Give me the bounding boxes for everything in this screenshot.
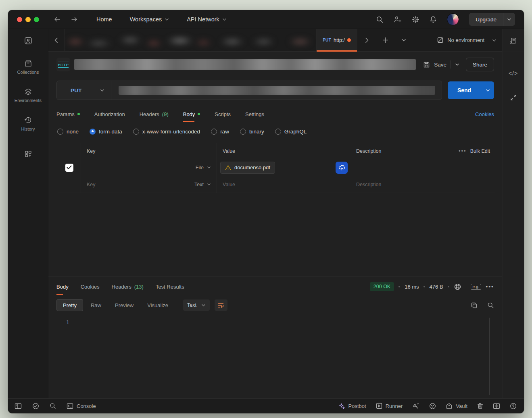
upgrade-chevron-button[interactable] bbox=[503, 13, 515, 26]
runner-icon bbox=[376, 403, 382, 409]
settings-gear-icon[interactable] bbox=[412, 16, 419, 23]
format-dropdown[interactable]: Text bbox=[183, 299, 210, 311]
nav-workspaces[interactable]: Workspaces bbox=[130, 16, 169, 23]
find-icon[interactable] bbox=[50, 403, 56, 409]
user-avatar[interactable] bbox=[447, 13, 459, 25]
upload-file-button[interactable] bbox=[336, 162, 348, 174]
key-type-dropdown[interactable]: Text bbox=[194, 182, 211, 187]
sidebar-add-modules-button[interactable] bbox=[8, 150, 48, 158]
send-button-main[interactable]: Send bbox=[448, 81, 481, 99]
response-more-options-icon[interactable]: ••• bbox=[486, 283, 494, 290]
history-icon bbox=[24, 116, 32, 124]
status-check-icon[interactable] bbox=[32, 403, 39, 410]
environment-selector[interactable]: No environment bbox=[431, 29, 502, 51]
environment-quick-look-button[interactable] bbox=[503, 37, 524, 44]
search-icon[interactable] bbox=[376, 16, 384, 23]
row-checkbox-checked[interactable] bbox=[65, 164, 73, 172]
runner-button[interactable]: Runner bbox=[376, 403, 403, 409]
tab-scripts[interactable]: Scripts bbox=[215, 107, 231, 121]
wrap-lines-button[interactable] bbox=[215, 299, 227, 311]
toggle-sidebar-icon[interactable] bbox=[15, 403, 22, 409]
cookies-link[interactable]: Cookies bbox=[475, 111, 494, 117]
redacted-request-url[interactable] bbox=[119, 86, 435, 95]
send-options-button[interactable] bbox=[481, 81, 494, 99]
more-options-icon[interactable]: ••• bbox=[459, 148, 467, 154]
view-visualize[interactable]: Visualize bbox=[141, 299, 174, 311]
zoom-window-button[interactable] bbox=[34, 17, 39, 22]
trash-icon[interactable] bbox=[477, 403, 483, 409]
tab-settings[interactable]: Settings bbox=[245, 107, 264, 121]
view-pretty[interactable]: Pretty bbox=[56, 299, 83, 311]
response-tab-test-results[interactable]: Test Results bbox=[156, 280, 184, 294]
collapse-expand-button[interactable] bbox=[503, 94, 524, 101]
vault-button[interactable]: Vault bbox=[446, 403, 467, 409]
response-tab-body[interactable]: Body bbox=[56, 280, 69, 294]
resize-arrows-icon bbox=[510, 94, 517, 101]
capture-requests-icon[interactable] bbox=[412, 403, 419, 410]
sidebar-item-collections[interactable]: Collections bbox=[8, 60, 48, 75]
tab-headers[interactable]: Headers(9) bbox=[140, 107, 169, 121]
forward-icon[interactable] bbox=[71, 16, 78, 23]
value-input[interactable]: Value bbox=[220, 182, 235, 187]
tab-options-button[interactable] bbox=[394, 29, 413, 51]
share-button[interactable]: Share bbox=[466, 58, 494, 71]
active-request-tab[interactable]: PUT http:/ bbox=[316, 29, 357, 51]
network-globe-icon[interactable] bbox=[454, 283, 461, 291]
radio-x-www-form-urlencoded[interactable]: x-www-form-urlencoded bbox=[133, 129, 200, 135]
console-button[interactable]: Console bbox=[67, 403, 96, 409]
radio-none[interactable]: none bbox=[57, 129, 79, 135]
radio-raw[interactable]: raw bbox=[211, 129, 229, 135]
response-body-viewer[interactable]: 1 bbox=[48, 314, 502, 398]
save-button[interactable]: Save bbox=[423, 60, 459, 69]
redacted-request-name[interactable] bbox=[74, 59, 416, 70]
response-tab-cookies[interactable]: Cookies bbox=[81, 280, 100, 294]
method-selector[interactable]: PUT bbox=[57, 81, 111, 100]
minimize-window-button[interactable] bbox=[25, 17, 31, 22]
radio-form-data[interactable]: form-data bbox=[90, 129, 122, 135]
file-chip[interactable]: documenso.pdf bbox=[220, 162, 275, 174]
key-type-dropdown[interactable]: File bbox=[196, 165, 211, 171]
nav-api-network[interactable]: API Network bbox=[187, 16, 227, 23]
chevron-left-icon bbox=[54, 37, 58, 43]
cookies-icon[interactable] bbox=[429, 403, 436, 410]
bulk-edit-button[interactable]: ••• Bulk Edit bbox=[459, 148, 490, 154]
view-preview[interactable]: Preview bbox=[109, 299, 140, 311]
save-options-chevron[interactable] bbox=[455, 63, 459, 66]
copy-icon[interactable] bbox=[471, 302, 478, 309]
sidebar-profile-button[interactable] bbox=[8, 36, 48, 45]
tabs-scroll-left-button[interactable] bbox=[48, 29, 65, 51]
sidebar-item-environments[interactable]: Environments bbox=[8, 88, 48, 103]
help-icon[interactable] bbox=[510, 403, 517, 410]
radio-binary[interactable]: binary bbox=[240, 129, 264, 135]
redacted-request-tabs[interactable] bbox=[65, 29, 316, 51]
tab-authorization[interactable]: Authorization bbox=[94, 107, 125, 121]
notifications-bell-icon[interactable] bbox=[430, 16, 437, 23]
view-raw[interactable]: Raw bbox=[85, 299, 107, 311]
tab-params[interactable]: Params bbox=[56, 107, 80, 121]
code-snippet-button[interactable]: </> bbox=[503, 70, 524, 77]
split-pane-icon[interactable] bbox=[493, 403, 500, 409]
status-badge[interactable]: 200 OK bbox=[370, 282, 394, 291]
search-response-icon[interactable] bbox=[487, 302, 494, 309]
sidebar-item-history[interactable]: History bbox=[8, 116, 48, 131]
tabs-scroll-right-button[interactable] bbox=[357, 29, 376, 51]
response-time[interactable]: 16 ms bbox=[405, 284, 419, 290]
upgrade-button-main[interactable]: Upgrade bbox=[469, 13, 503, 26]
invite-user-icon[interactable] bbox=[394, 16, 402, 23]
nav-home[interactable]: Home bbox=[96, 16, 112, 23]
save-as-example-icon[interactable]: e.g. bbox=[471, 284, 482, 290]
back-icon[interactable] bbox=[54, 16, 61, 23]
response-size[interactable]: 476 B bbox=[430, 284, 443, 290]
radio-graphql[interactable]: GraphQL bbox=[275, 129, 307, 135]
close-window-button[interactable] bbox=[17, 17, 22, 22]
tab-body[interactable]: Body bbox=[183, 107, 200, 121]
new-tab-button[interactable] bbox=[376, 29, 394, 51]
description-input[interactable]: Description bbox=[356, 182, 382, 187]
save-floppy-icon bbox=[423, 61, 430, 68]
key-input[interactable]: Key bbox=[87, 182, 96, 187]
unsaved-changes-dot bbox=[347, 38, 351, 42]
upgrade-button: Upgrade bbox=[469, 13, 515, 26]
postbot-button[interactable]: Postbot bbox=[338, 403, 366, 410]
scrollbar-track[interactable] bbox=[489, 318, 490, 395]
response-tab-headers[interactable]: Headers(13) bbox=[112, 280, 144, 294]
